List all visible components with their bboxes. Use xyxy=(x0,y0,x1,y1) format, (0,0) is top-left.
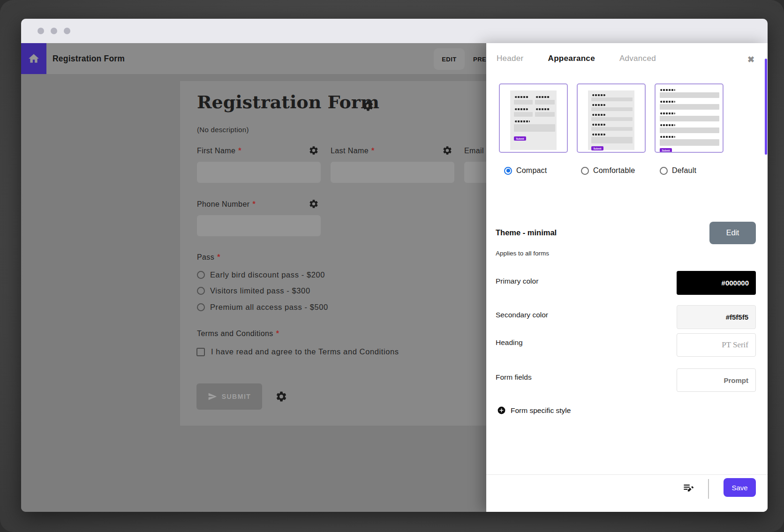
submit-settings-gear-icon[interactable] xyxy=(275,390,287,403)
phone-label: Phone Number xyxy=(197,200,249,208)
panel-footer: Save xyxy=(486,474,768,512)
secondary-color-label: Secondary color xyxy=(496,311,548,319)
pass-label: Pass xyxy=(197,253,214,261)
layout-option-default[interactable]: Default xyxy=(660,166,696,175)
form-settings-gear-icon[interactable] xyxy=(362,100,374,112)
theme-edit-button[interactable]: Edit xyxy=(709,222,756,244)
radio-icon[interactable] xyxy=(197,287,205,295)
window-control-dot[interactable] xyxy=(51,28,57,34)
layout-option-compact[interactable]: Compact xyxy=(504,166,547,175)
last-name-settings-gear-icon[interactable] xyxy=(442,145,452,156)
form-fields-font-label: Form fields xyxy=(496,373,532,382)
last-name-input[interactable] xyxy=(331,162,454,183)
primary-color-label: Primary color xyxy=(496,277,538,285)
required-asterisk: * xyxy=(276,330,279,337)
terms-checkbox-label: I have read and agree to the Terms and C… xyxy=(211,347,399,356)
first-name-settings-gear-icon[interactable] xyxy=(309,145,319,156)
form-specific-style-label: Form specific style xyxy=(511,406,571,415)
pass-option-label: Premium all access pass - $500 xyxy=(210,303,328,312)
phone-input[interactable] xyxy=(197,215,321,236)
required-asterisk: * xyxy=(371,147,375,155)
pass-option-label: Visitors limited pass - $300 xyxy=(210,286,310,295)
required-asterisk: * xyxy=(217,253,220,261)
terms-checkbox-row[interactable]: I have read and agree to the Terms and C… xyxy=(196,347,399,356)
terms-label: Terms and Conditions xyxy=(197,330,273,337)
heading-font-label: Heading xyxy=(496,338,523,347)
home-button[interactable] xyxy=(21,43,46,74)
browser-window: Registration Form EDIT PREVIEW Registrat… xyxy=(21,19,768,512)
window-control-dot[interactable] xyxy=(38,28,44,34)
plus-circle-icon xyxy=(497,406,506,415)
theme-note: Applies to all forms xyxy=(496,250,549,257)
layout-option-label: Comfortable xyxy=(593,166,635,175)
phone-settings-gear-icon[interactable] xyxy=(309,199,319,209)
form-specific-style-button[interactable]: Form specific style xyxy=(497,406,571,415)
pass-option-label: Early bird discount pass - $200 xyxy=(210,270,325,279)
tab-advanced[interactable]: Advanced xyxy=(619,54,656,63)
heading-font-value: PT Serif xyxy=(722,340,748,350)
form-fields-font-value: Prompt xyxy=(724,376,749,384)
pass-option-early-bird[interactable]: Early bird discount pass - $200 xyxy=(197,270,325,280)
form-fields-font-select[interactable]: Prompt xyxy=(677,368,756,392)
required-asterisk: * xyxy=(252,200,256,208)
edit-note-icon[interactable] xyxy=(682,481,695,494)
layout-option-label: Compact xyxy=(516,166,547,175)
form-heading: Registration Form xyxy=(197,91,379,112)
radio-icon[interactable] xyxy=(581,167,589,175)
thumb-submit-chip: Submit xyxy=(660,148,672,152)
theme-title: Theme - minimal xyxy=(496,228,557,237)
screenshot-background: Registration Form EDIT PREVIEW Registrat… xyxy=(0,0,784,532)
thumb-submit-chip: Submit xyxy=(591,146,603,150)
close-icon[interactable]: ✖ xyxy=(747,54,754,65)
appearance-panel: Header Appearance Advanced ✖ xyxy=(486,43,768,512)
thumb-submit-chip: Submit xyxy=(514,136,526,141)
panel-scrollbar-thumb[interactable] xyxy=(765,59,767,155)
secondary-color-swatch[interactable]: #f5f5f5 xyxy=(677,305,756,329)
layout-thumb-compact[interactable]: Submit xyxy=(499,83,568,153)
last-name-label: Last Name xyxy=(331,147,369,155)
radio-icon[interactable] xyxy=(197,271,205,279)
send-icon xyxy=(208,392,217,401)
pass-option-visitors[interactable]: Visitors limited pass - $300 xyxy=(197,285,310,296)
thumb-inner: Submit xyxy=(588,90,634,150)
layout-option-comfortable[interactable]: Comfortable xyxy=(581,166,635,175)
heading-font-select[interactable]: PT Serif xyxy=(677,333,756,357)
tab-header[interactable]: Header xyxy=(497,54,524,63)
pass-option-premium[interactable]: Premium all access pass - $500 xyxy=(197,302,328,312)
panel-tabs: Header Appearance Advanced xyxy=(497,54,656,63)
checkbox-icon[interactable] xyxy=(196,348,205,356)
submit-button-label: SUBMIT xyxy=(222,393,251,400)
first-name-label: First Name xyxy=(197,147,235,155)
edit-tab-button[interactable]: EDIT xyxy=(434,48,465,70)
first-name-input[interactable] xyxy=(197,162,321,183)
footer-divider xyxy=(708,479,709,499)
form-name-title: Registration Form xyxy=(53,43,125,74)
primary-color-swatch[interactable]: #000000 xyxy=(677,271,756,295)
layout-thumb-default[interactable]: Submit xyxy=(655,83,724,153)
submit-button[interactable]: SUBMIT xyxy=(196,383,262,410)
save-button[interactable]: Save xyxy=(724,478,756,497)
browser-titlebar xyxy=(21,19,768,43)
layout-thumb-comfortable[interactable]: Submit xyxy=(577,83,646,153)
window-control-dot[interactable] xyxy=(64,28,70,34)
required-asterisk: * xyxy=(238,147,241,155)
radio-icon[interactable] xyxy=(197,303,205,311)
tab-appearance[interactable]: Appearance xyxy=(548,54,595,63)
home-icon xyxy=(28,52,40,65)
radio-icon[interactable] xyxy=(660,167,668,175)
radio-icon[interactable] xyxy=(504,167,512,175)
thumb-inner: Submit xyxy=(510,90,557,150)
form-description: (No description) xyxy=(197,126,249,134)
layout-option-label: Default xyxy=(672,166,696,175)
email-label: Email xyxy=(464,147,484,155)
